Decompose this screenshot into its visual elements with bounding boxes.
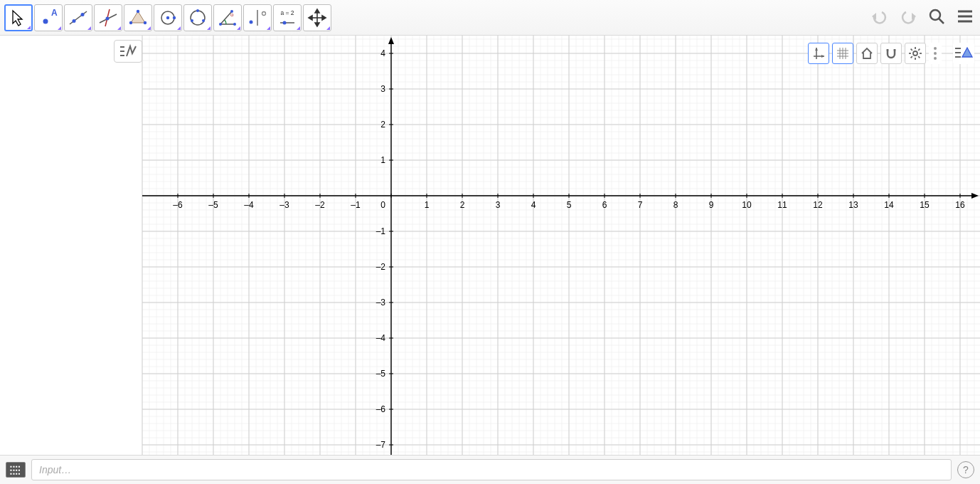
- svg-point-342: [913, 51, 917, 56]
- svg-text:13: 13: [848, 200, 858, 210]
- svg-text:A: A: [51, 8, 58, 18]
- svg-text:–6: –6: [173, 200, 183, 210]
- point-tool[interactable]: A: [34, 4, 63, 31]
- toolbar-right-controls: [869, 6, 976, 27]
- svg-line-350: [918, 49, 920, 51]
- svg-marker-32: [315, 23, 319, 26]
- svg-point-28: [283, 21, 287, 25]
- svg-text:9: 9: [709, 200, 714, 210]
- move-tool[interactable]: [4, 4, 33, 31]
- home-view-button[interactable]: [856, 43, 878, 64]
- help-icon: ?: [963, 464, 969, 475]
- angle-icon: o: [216, 7, 239, 28]
- svg-marker-261: [388, 37, 394, 44]
- svg-text:1: 1: [380, 155, 385, 165]
- more-vertical-icon: [931, 46, 939, 61]
- virtual-keyboard-button[interactable]: ▪▪▪▪▪▪▪▪▪▪▪▪: [6, 462, 26, 478]
- svg-line-349: [911, 56, 912, 58]
- svg-point-25: [262, 12, 266, 16]
- svg-text:–4: –4: [244, 200, 254, 210]
- reflect-icon: [246, 7, 269, 28]
- svg-text:14: 14: [884, 200, 894, 210]
- search-icon: [927, 7, 946, 26]
- algebra-view-toggle[interactable]: [114, 40, 142, 63]
- menu-button[interactable]: [954, 6, 976, 27]
- svg-point-17: [202, 19, 205, 22]
- graphics-view-controls: [808, 43, 974, 64]
- svg-text:15: 15: [920, 200, 930, 210]
- svg-text:3: 3: [496, 200, 501, 210]
- svg-point-20: [233, 23, 236, 26]
- perpendicular-tool[interactable]: [94, 4, 122, 31]
- svg-text:3: 3: [380, 84, 385, 94]
- svg-marker-34: [322, 16, 326, 20]
- svg-text:–5: –5: [208, 200, 218, 210]
- hamburger-icon: [956, 7, 974, 26]
- svg-text:8: 8: [673, 200, 678, 210]
- svg-point-7: [106, 17, 110, 21]
- svg-text:2: 2: [380, 120, 385, 130]
- graphics-view-menu[interactable]: [953, 43, 974, 64]
- home-icon: [860, 46, 874, 60]
- slider-tool[interactable]: a = 2: [273, 4, 302, 31]
- snap-button[interactable]: [880, 43, 902, 64]
- svg-text:–3: –3: [376, 298, 386, 307]
- svg-line-348: [918, 56, 920, 58]
- line-icon: [67, 7, 90, 28]
- svg-marker-8: [131, 11, 145, 23]
- redo-button[interactable]: [898, 6, 919, 27]
- svg-text:12: 12: [813, 200, 823, 210]
- coordinate-plane: –6–5–4–3–2–1012345678910111213141516–7–6…: [142, 36, 980, 455]
- svg-text:10: 10: [742, 200, 752, 210]
- toggle-grid-button[interactable]: [832, 43, 853, 64]
- svg-text:6: 6: [602, 200, 607, 210]
- point-icon: A: [37, 7, 60, 28]
- svg-text:–4: –4: [376, 333, 386, 343]
- svg-text:2: 2: [460, 200, 465, 210]
- angle-tool[interactable]: o: [213, 4, 242, 31]
- keyboard-icon: ▪▪▪▪▪▪▪▪▪▪▪▪: [10, 465, 21, 475]
- svg-point-10: [144, 21, 147, 24]
- slider-icon: a = 2: [276, 7, 299, 28]
- perpendicular-icon: [97, 7, 119, 28]
- svg-text:0: 0: [380, 200, 385, 210]
- main-toolbar: A: [0, 0, 980, 36]
- polygon-tool[interactable]: [124, 4, 152, 31]
- input-help-button[interactable]: ?: [957, 461, 974, 478]
- svg-point-9: [137, 10, 139, 13]
- undo-icon: [870, 8, 889, 25]
- svg-line-2: [70, 11, 87, 24]
- svg-marker-31: [315, 9, 319, 13]
- svg-point-16: [191, 19, 193, 22]
- axes-icon: [811, 46, 826, 60]
- svg-point-18: [196, 9, 199, 12]
- search-button[interactable]: [926, 6, 947, 27]
- svg-text:5: 5: [567, 200, 572, 210]
- svg-text:o: o: [230, 11, 234, 18]
- gear-icon: [908, 46, 922, 60]
- svg-point-14: [173, 16, 176, 19]
- svg-point-11: [129, 21, 132, 24]
- move-view-tool[interactable]: [303, 4, 331, 31]
- svg-text:4: 4: [531, 200, 536, 210]
- svg-point-4: [81, 13, 85, 16]
- circle-center-icon: [156, 7, 179, 28]
- undo-button[interactable]: [869, 6, 890, 27]
- svg-line-38: [939, 19, 944, 23]
- graphics-view[interactable]: –6–5–4–3–2–1012345678910111213141516–7–6…: [142, 36, 980, 455]
- graphics-settings-button[interactable]: [905, 43, 926, 64]
- line-tool[interactable]: [64, 4, 92, 31]
- svg-text:–1: –1: [351, 200, 361, 210]
- svg-point-0: [43, 19, 48, 24]
- command-input[interactable]: [31, 459, 952, 480]
- toggle-axes-button[interactable]: [808, 43, 829, 64]
- algebra-panel: [0, 36, 142, 455]
- circle-tool[interactable]: [154, 4, 182, 31]
- graphics-more-button[interactable]: [929, 43, 942, 64]
- svg-marker-332: [821, 55, 824, 58]
- svg-text:16: 16: [955, 200, 965, 210]
- pan-icon: [306, 7, 329, 28]
- svg-text:–2: –2: [315, 200, 325, 210]
- ellipse-tool[interactable]: [183, 4, 212, 31]
- reflect-tool[interactable]: [243, 4, 272, 31]
